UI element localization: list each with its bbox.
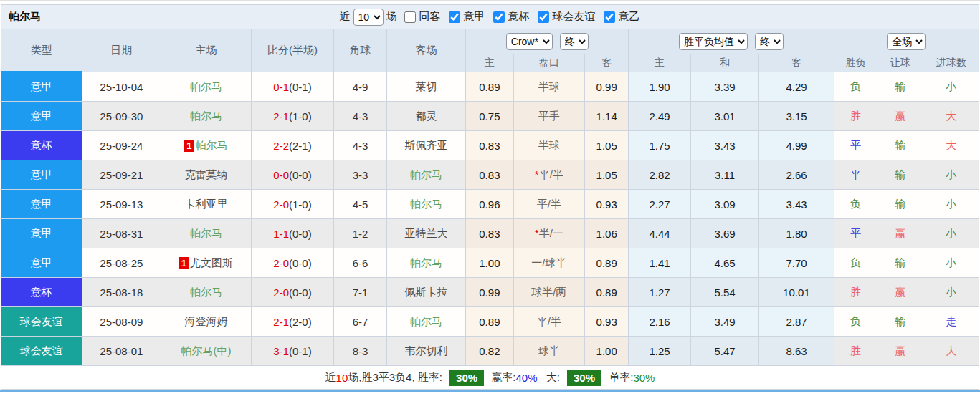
league-badge: 球会友谊 (1, 307, 82, 337)
eu-away-odds: 7.70 (759, 248, 834, 278)
away-cell: 帕尔马 (386, 190, 466, 219)
ah-away-odds: 0.89 (585, 278, 629, 307)
league-badge: 意甲 (1, 102, 82, 131)
scope-select[interactable]: 全场 (887, 33, 926, 50)
match-rows: 意甲 25-10-04 帕尔马 0-1(0-1) 4-9 莱切 0.89 半球 … (1, 72, 979, 366)
half-score: (0-0) (289, 169, 312, 181)
handicap-result: 赢 (877, 278, 923, 307)
half-score: (2-1) (289, 140, 312, 152)
handicap-line: 平手 (513, 102, 585, 131)
match-result: 负 (834, 248, 877, 278)
ah-away-odds: 0.93 (585, 307, 629, 337)
table-row: 意甲 25-09-30 帕尔马 2-1(1-0) 4-3 都灵 0.75 平手 … (1, 102, 979, 131)
away-team: 亚特兰大 (404, 227, 447, 239)
score-cell: 2-0(0-0) (251, 248, 334, 278)
corner-count: 7-1 (334, 278, 386, 307)
home-team: 帕尔马 (190, 227, 222, 239)
away-team: 帕尔马 (410, 315, 442, 327)
home-team: 卡利亚里 (184, 198, 227, 210)
handicap-result: 输 (877, 190, 923, 219)
match-result: 平 (834, 131, 877, 160)
match-history-panel: 帕尔马 近 10 场 同客 意甲 意杯 球会友谊 意乙 (0, 0, 980, 396)
subcol-goals: 进球数 (923, 54, 979, 72)
eu-home-odds: 1.75 (629, 131, 690, 160)
rank-badge: 1 (179, 257, 189, 269)
filter-checkbox-friendly[interactable] (538, 11, 549, 23)
match-result: 胜 (834, 337, 877, 366)
handicap-line: 一/球半 (513, 248, 585, 278)
handicap-text: 球半/两 (531, 286, 566, 298)
eu-away-odds: 10.01 (759, 278, 834, 307)
europe-time-select[interactable]: 终 (755, 33, 784, 50)
home-team: 帕尔马 (190, 286, 222, 298)
subcol-result: 胜负 (834, 54, 877, 72)
score-cell: 0-0(0-0) (251, 160, 334, 190)
handicap-result: 赢 (877, 102, 923, 131)
ah-home-odds: 0.75 (466, 102, 513, 131)
eu-home-odds: 1.25 (629, 337, 690, 366)
filter-row: 帕尔马 近 10 场 同客 意甲 意杯 球会友谊 意乙 (1, 5, 979, 29)
handicap-line: 球半/两 (513, 278, 585, 307)
half-score: (0-0) (289, 228, 312, 240)
subcol-handicap: 盘口 (513, 54, 585, 72)
handicap-win-value: 40% (515, 372, 537, 384)
ah-home-odds: 0.99 (466, 278, 513, 307)
bookmaker-select[interactable]: Crow* (506, 33, 553, 50)
eu-draw-odds: 4.65 (690, 248, 758, 278)
half-score: (2-0) (289, 316, 312, 328)
full-score: 0-1 (273, 81, 289, 93)
handicap-text: 半球 (538, 139, 560, 151)
filter-controls: 近 10 场 同客 意甲 意杯 球会友谊 意乙 (1, 5, 979, 29)
match-history-table: 帕尔马 近 10 场 同客 意甲 意杯 球会友谊 意乙 (1, 4, 979, 390)
match-date: 25-09-21 (82, 160, 161, 190)
col-header-date: 日期 (82, 29, 161, 72)
ah-home-odds: 0.89 (466, 307, 513, 337)
home-team: 帕尔马(中) (181, 344, 231, 357)
table-row: 意杯 25-08-18 帕尔马 2-0(0-0) 7-1 佩斯卡拉 0.99 球… (1, 278, 979, 307)
home-team: 海登海姆 (184, 315, 227, 327)
handicap-text: 半球 (538, 80, 560, 92)
same-venue-checkbox[interactable] (404, 11, 416, 23)
full-score: 3-1 (273, 345, 289, 357)
recent-count-select[interactable]: 10 (353, 9, 384, 26)
match-result: 胜 (834, 102, 877, 131)
corner-count: 4-3 (334, 131, 386, 160)
ah-away-odds: 0.89 (585, 248, 629, 278)
summary-prefix: 近 (325, 371, 336, 383)
handicap-result: 输 (877, 72, 923, 102)
ah-home-odds: 0.96 (466, 190, 513, 219)
filter-checkbox-serieb[interactable] (604, 11, 615, 23)
handicap-result: 赢 (877, 337, 923, 366)
ah-home-odds: 0.89 (466, 72, 513, 102)
handicap-line: 平/半 (513, 190, 585, 219)
goals-result: 走 (923, 307, 979, 337)
eu-draw-odds: 3.49 (690, 307, 758, 337)
single-rate-label: 单率: (609, 371, 633, 383)
filter-checkbox-seriea[interactable] (449, 11, 460, 23)
europe-odds-select[interactable]: 胜平负均值 (679, 33, 748, 50)
filter-checkbox-coppa[interactable] (493, 11, 505, 23)
home-team: 克雷莫纳 (184, 168, 227, 180)
match-result: 胜 (834, 278, 877, 307)
match-result: 平 (834, 219, 877, 248)
half-score: (0-0) (289, 286, 312, 299)
bookmaker-time-select[interactable]: 终 (560, 33, 589, 50)
match-result: 负 (834, 190, 877, 219)
full-score: 2-1 (273, 316, 289, 328)
match-result: 负 (834, 72, 877, 102)
handicap-line: 平/半 (513, 307, 585, 337)
handicap-text: 平/半 (537, 315, 561, 327)
col-header-away: 客场 (386, 29, 466, 72)
match-date: 25-08-01 (82, 337, 161, 366)
away-cell: 亚特兰大 (386, 219, 466, 248)
match-date: 25-08-09 (82, 307, 161, 337)
single-rate-value: 30% (633, 372, 655, 384)
subcol-eu-draw: 和 (690, 54, 758, 72)
eu-away-odds: 1.80 (759, 219, 834, 248)
ah-home-odds: 0.82 (466, 337, 513, 366)
league-badge: 意甲 (1, 248, 82, 278)
score-cell: 2-0(1-0) (251, 190, 334, 219)
handicap-line: 半球 (513, 72, 585, 102)
goals-result: 小 (923, 190, 979, 219)
home-cell: 帕尔马 (161, 219, 252, 248)
